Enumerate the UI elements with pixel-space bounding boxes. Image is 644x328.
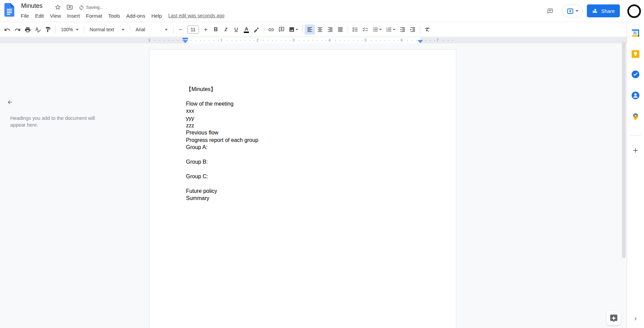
ruler[interactable]: 11234567 [0, 37, 627, 43]
right-indent-marker[interactable] [418, 40, 423, 43]
document-line[interactable]: Group C: [186, 173, 456, 180]
checklist-button[interactable] [360, 24, 370, 35]
align-left-button[interactable] [305, 24, 315, 35]
numbered-list-button[interactable] [384, 24, 397, 35]
paint-format-button[interactable] [43, 24, 53, 35]
document-line[interactable]: xxx [186, 107, 456, 114]
document-line[interactable]: Group B: [186, 158, 456, 165]
chevron-down-icon [576, 10, 578, 12]
menu-item-help[interactable]: Help [148, 12, 165, 20]
ruler-tick [250, 40, 250, 41]
star-icon[interactable] [54, 3, 62, 11]
menu-item-tools[interactable]: Tools [105, 12, 123, 20]
account-avatar[interactable] [627, 4, 641, 18]
move-to-folder-icon[interactable] [66, 3, 74, 11]
side-panel-rail: 31 [627, 22, 644, 328]
decrease-font-size-button[interactable] [175, 24, 186, 35]
document-page[interactable]: 【Minutes】 Flow of the meetingxxxyyyzzzPr… [149, 49, 456, 328]
document-line[interactable]: 【Minutes】 [186, 86, 456, 93]
document-line[interactable] [186, 93, 456, 100]
increase-font-size-button[interactable] [201, 24, 211, 35]
ruler-tick [385, 40, 385, 41]
highlight-color-button[interactable] [252, 24, 262, 35]
left-indent-marker[interactable] [183, 40, 188, 43]
google-keep-icon[interactable] [630, 48, 641, 60]
italic-button[interactable] [221, 24, 231, 35]
google-tasks-icon[interactable] [630, 69, 641, 80]
print-button[interactable] [22, 24, 33, 35]
document-line[interactable]: Progress report of each group [186, 136, 456, 144]
insert-link-button[interactable] [266, 24, 276, 35]
ruler-tick [430, 40, 430, 41]
google-contacts-icon[interactable] [630, 90, 641, 101]
justify-button[interactable] [335, 24, 345, 35]
docs-logo-icon[interactable] [4, 3, 14, 17]
ruler-tick [398, 40, 399, 41]
toolbar-divider [420, 25, 420, 34]
increase-indent-button[interactable] [408, 24, 418, 35]
text-color-button[interactable]: A [241, 24, 252, 35]
paragraph-style-value: Normal text [90, 27, 114, 32]
text-color-icon: A [244, 26, 249, 33]
menu-item-file[interactable]: File [18, 12, 32, 20]
clear-formatting-button[interactable] [422, 24, 433, 35]
paragraph-style-select[interactable]: Normal text [86, 24, 128, 35]
menu-item-insert[interactable]: Insert [64, 12, 83, 20]
google-maps-icon[interactable] [630, 111, 641, 123]
font-size-field[interactable]: 11 [187, 25, 199, 34]
bulleted-list-button[interactable] [370, 24, 384, 35]
insert-image-button[interactable] [287, 24, 300, 35]
align-right-button[interactable] [325, 24, 335, 35]
menu-item-format[interactable]: Format [83, 12, 105, 20]
menu-item-addons[interactable]: Add-ons [123, 12, 148, 20]
zoom-select[interactable]: 100% [57, 24, 82, 35]
vertical-scrollbar[interactable] [622, 42, 626, 258]
ruler-inch-label: 2 [256, 38, 258, 42]
document-line[interactable] [186, 165, 456, 172]
undo-button[interactable] [2, 24, 12, 35]
get-add-ons-button[interactable] [630, 145, 641, 156]
share-button[interactable]: Share [587, 4, 620, 17]
document-title[interactable]: Minutes [21, 2, 43, 10]
document-line[interactable] [186, 180, 456, 187]
close-outline-button[interactable] [5, 97, 15, 107]
first-line-indent-marker[interactable] [183, 38, 188, 39]
document-line[interactable]: yyy [186, 115, 456, 122]
add-comment-button[interactable] [276, 24, 287, 35]
toolbar-divider [84, 25, 84, 34]
document-line[interactable]: Future policy [186, 187, 456, 195]
document-line[interactable]: Group A: [186, 144, 456, 151]
google-calendar-icon[interactable]: 31 [630, 27, 641, 39]
chevron-down-icon [165, 29, 168, 31]
document-line[interactable]: Summary [186, 195, 456, 202]
underline-button[interactable] [231, 24, 241, 35]
spelling-check-button[interactable] [33, 24, 43, 35]
line-spacing-button[interactable] [350, 24, 360, 35]
toolbar-divider [130, 25, 130, 34]
document-line[interactable]: Previous flow [186, 129, 456, 136]
ruler-tick [204, 40, 205, 41]
svg-text:31: 31 [633, 31, 637, 35]
last-edit-link[interactable]: Last edit was seconds ago [168, 13, 224, 18]
document-line[interactable]: Flow of the meeting [186, 100, 456, 107]
menu-item-view[interactable]: View [47, 12, 64, 20]
ruler-tick [344, 40, 345, 41]
menu-item-edit[interactable]: Edit [32, 12, 47, 20]
bold-button[interactable]: B [211, 24, 221, 35]
open-comment-history-icon[interactable] [545, 6, 555, 16]
explore-button[interactable] [607, 311, 621, 325]
redo-button[interactable] [12, 24, 22, 35]
sync-saving-icon [77, 3, 85, 12]
hide-side-panel-button[interactable] [630, 313, 641, 325]
ruler-tick [272, 40, 273, 41]
align-center-button[interactable] [315, 24, 325, 35]
ruler-tick [232, 40, 232, 41]
bold-icon: B [214, 26, 218, 33]
ruler-tick [290, 40, 291, 41]
document-line[interactable] [186, 151, 456, 158]
document-line[interactable]: zzz [186, 122, 456, 129]
ruler-tick [326, 40, 327, 41]
decrease-indent-button[interactable] [397, 24, 408, 35]
font-family-select[interactable]: Arial [132, 24, 171, 35]
present-to-meeting-button[interactable] [562, 5, 583, 17]
